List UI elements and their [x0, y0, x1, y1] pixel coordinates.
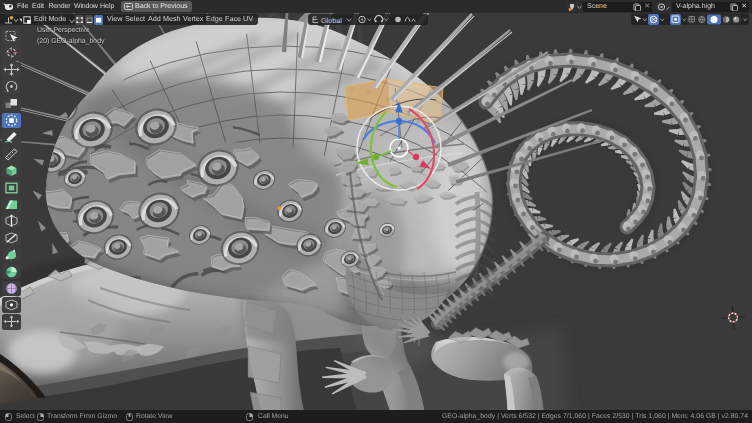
svg-text:Global: Global [321, 16, 342, 25]
